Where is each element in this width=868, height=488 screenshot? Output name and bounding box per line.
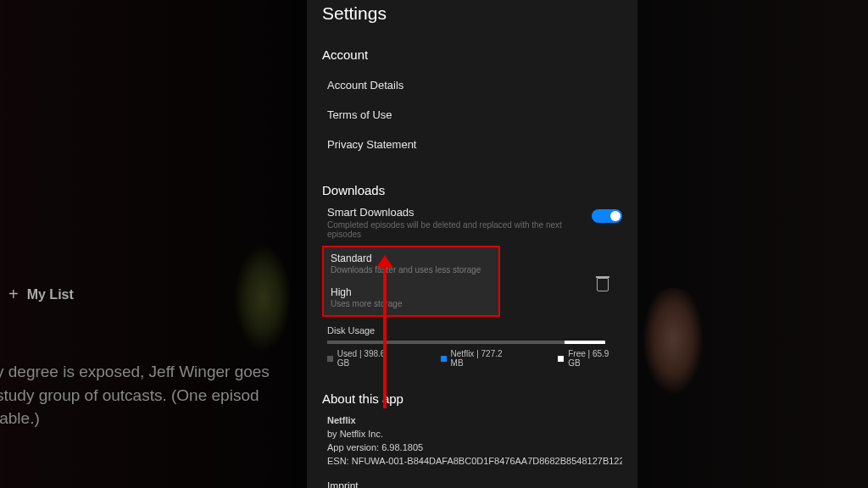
account-section-header: Account xyxy=(322,47,622,62)
smart-downloads-desc: Completed episodes will be deleted and r… xyxy=(322,220,592,239)
about-app-name: Netflix xyxy=(327,414,622,428)
background-face-right xyxy=(631,288,715,415)
page-title: Settings xyxy=(322,3,622,24)
quality-option-high[interactable]: High Uses more storage xyxy=(322,281,500,317)
about-section-header: About this app xyxy=(322,391,622,406)
my-list-label: My List xyxy=(27,287,74,302)
quality-high-title: High xyxy=(331,286,492,298)
downloads-section-header: Downloads xyxy=(322,183,622,197)
about-esn: ESN: NFUWA-001-B844DAFA8BC0D1F8476AA7D86… xyxy=(327,455,622,469)
disk-usage-label: Disk Usage xyxy=(322,325,622,336)
disk-free-label: Free | 65.9 GB xyxy=(568,349,622,368)
settings-panel: Settings Account Account Details Terms o… xyxy=(307,0,637,488)
terms-of-use-item[interactable]: Terms of Use xyxy=(322,100,622,130)
smart-downloads-toggle[interactable] xyxy=(592,209,622,223)
quality-standard-desc: Downloads faster and uses less storage xyxy=(331,265,492,274)
smart-downloads-title: Smart Downloads xyxy=(322,206,592,219)
imprint-item[interactable]: Imprint xyxy=(322,472,622,488)
quality-option-standard[interactable]: Standard Downloads faster and uses less … xyxy=(322,246,500,281)
disk-usage-free-portion xyxy=(565,341,605,344)
about-version: App version: 6.98.1805 xyxy=(327,441,622,455)
plus-icon: + xyxy=(8,285,19,304)
quality-standard-title: Standard xyxy=(331,252,492,264)
disk-used-label: Used | 398.6 GB xyxy=(337,349,398,368)
delete-downloads-icon[interactable] xyxy=(597,278,609,291)
background-description: y degree is exposed, Jeff Winger goes st… xyxy=(0,360,270,430)
annotation-arrow xyxy=(383,266,387,408)
disk-netflix-label: Netflix | 727.2 MB xyxy=(451,349,516,368)
about-publisher: by Netflix Inc. xyxy=(327,428,622,441)
my-list-button[interactable]: + My List xyxy=(8,285,74,304)
disk-usage-bar xyxy=(327,341,605,344)
disk-usage-legend: Used | 398.6 GB Netflix | 727.2 MB Free … xyxy=(322,349,622,368)
quality-high-desc: Uses more storage xyxy=(331,299,492,308)
account-details-item[interactable]: Account Details xyxy=(322,70,622,100)
privacy-statement-item[interactable]: Privacy Statement xyxy=(322,130,622,159)
video-quality-dropdown[interactable]: Standard Downloads faster and uses less … xyxy=(322,246,500,317)
